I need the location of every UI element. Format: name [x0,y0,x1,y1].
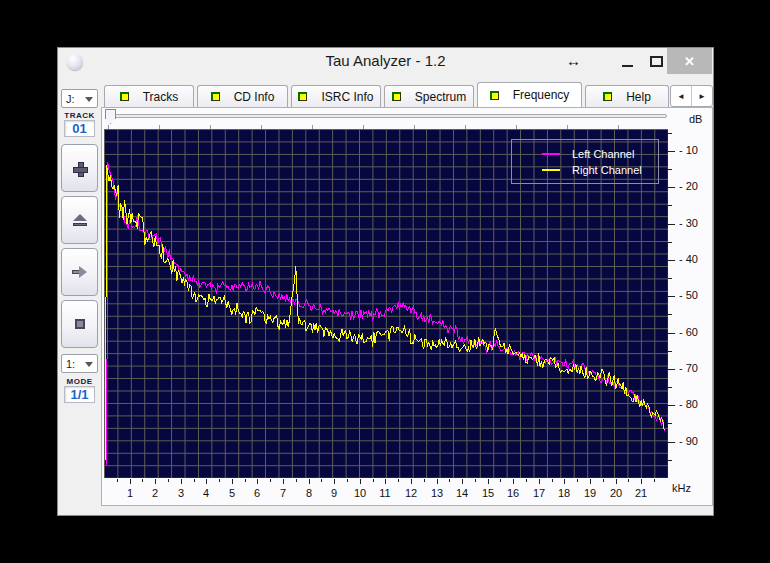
triangle-left-icon: ◄ [677,92,685,101]
resize-horizontal-icon[interactable]: ↔ [566,52,581,69]
track-label: TRACK [60,111,99,120]
y-axis-tick [668,351,672,352]
x-axis-tick [462,479,463,484]
x-axis-tick [603,479,604,482]
minimize-button[interactable] [622,65,633,67]
x-axis-tick [245,479,246,482]
drive-select-value: J: [66,93,75,105]
x-axis-tick [513,479,514,484]
y-axis-tick [668,423,672,424]
tab-tracks[interactable]: Tracks [104,85,194,107]
tab-help[interactable]: Help [585,85,669,107]
x-axis-tick [385,479,386,484]
tab-label: Help [626,90,651,104]
x-tick-label: 17 [533,487,545,499]
x-axis-tick [130,479,131,484]
tab-scroll-right-button[interactable]: ► [692,86,712,106]
mode-select[interactable]: 1: [61,354,98,373]
y-axis-tick [668,278,672,279]
x-axis-tick [232,479,233,484]
tab-frequency[interactable]: Frequency [477,82,582,107]
x-tick-label: 1 [127,487,133,499]
left-channel-swatch [542,153,560,155]
y-axis-tick [668,260,675,261]
window-title: Tau Analyzer - 1.2 [58,52,713,69]
y-axis-tick [668,133,672,134]
tab-label: Frequency [513,88,570,102]
y-axis-tick [668,169,672,170]
x-axis-unit: kHz [672,482,691,494]
x-axis-tick [475,479,476,482]
x-tick-label: 19 [584,487,596,499]
tab-scroll-left-button[interactable]: ◄ [671,86,691,106]
x-axis-tick [411,479,412,484]
stop-button[interactable] [61,300,98,348]
x-tick-label: 20 [610,487,622,499]
page-icon [392,92,401,101]
transport-sidebar: J: TRACK 01 1: MODE 1/1 [60,86,101,510]
x-tick-label: 9 [331,487,337,499]
x-tick-label: 4 [203,487,209,499]
legend: Left Channel Right Channel [511,139,659,184]
x-tick-label: 21 [635,487,647,499]
y-axis-tick [668,224,675,225]
x-axis-tick [155,479,156,484]
x-axis-tick [270,479,271,482]
tab-label: Tracks [143,90,179,104]
y-axis-tick [668,242,672,243]
close-button[interactable]: ✕ [667,48,712,74]
x-axis-tick [526,479,527,482]
x-axis-tick [219,479,220,482]
y-tick-label: - 50 [679,289,698,301]
legend-row-left: Left Channel [542,148,658,160]
frequency-tab-page: dB kHz Left Channel Right Channel - 10- … [101,107,713,506]
triangle-right-icon: ► [698,92,706,101]
right-channel-swatch [542,169,560,171]
x-axis-tick [296,479,297,482]
tab-label: CD Info [234,90,275,104]
tab-spectrum[interactable]: Spectrum [384,85,474,107]
drive-select[interactable]: J: [61,89,98,108]
maximize-button[interactable] [650,56,663,67]
play-button[interactable] [61,144,98,192]
x-axis-tick [194,479,195,482]
tab-scroll-buttons: ◄ ► [670,85,713,107]
tab-cd-info[interactable]: CD Info [197,85,288,107]
legend-label: Left Channel [572,148,634,160]
y-tick-label: - 20 [679,180,698,192]
tab-isrc-info[interactable]: ISRC Info [291,85,381,107]
x-axis-tick [654,479,655,482]
next-button[interactable] [61,248,98,296]
x-axis-tick [539,479,540,484]
position-slider-thumb[interactable] [105,109,116,124]
y-axis-tick [668,442,675,443]
position-slider-track[interactable] [105,114,667,118]
x-axis-tick [257,479,258,484]
x-axis-tick [117,479,118,482]
x-tick-label: 5 [229,487,235,499]
page-icon [211,92,220,101]
left-channel-trace [107,162,665,465]
y-axis-tick [668,333,675,334]
eject-button[interactable] [61,196,98,244]
x-tick-label: 10 [354,487,366,499]
x-axis-tick [398,479,399,482]
frequency-spectrum-plot: Left Channel Right Channel [104,129,668,478]
y-axis-tick [668,151,675,152]
tab-label: Spectrum [415,90,466,104]
x-tick-label: 3 [178,487,184,499]
app-window: Tau Analyzer - 1.2 ↔ ✕ J: TRACK 01 1: [57,47,714,516]
title-bar[interactable]: Tau Analyzer - 1.2 ↔ ✕ [58,48,713,76]
y-axis-tick [668,405,675,406]
x-axis-tick [500,479,501,482]
x-tick-label: 6 [254,487,260,499]
x-tick-label: 2 [152,487,158,499]
chevron-down-icon [85,97,93,102]
tab-strip: Tracks CD Info ISRC Info Spectrum Freque… [104,85,669,108]
x-axis-tick [552,479,553,482]
page-icon [120,92,129,101]
chevron-down-icon [85,362,93,367]
y-tick-label: - 70 [679,362,698,374]
x-axis-tick [283,479,284,484]
mode-number: 1/1 [64,386,95,403]
